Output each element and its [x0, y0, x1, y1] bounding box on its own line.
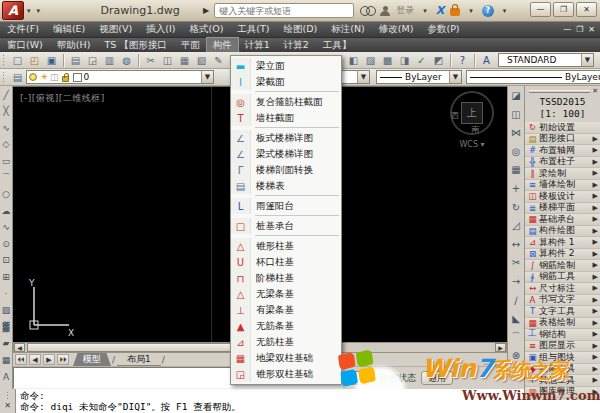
close-button[interactable]: ✕	[576, 2, 597, 17]
palette-item[interactable]: ▥图库管理▶	[525, 387, 600, 399]
quickcalc-icon[interactable]: ◩	[431, 53, 447, 67]
slab-stair-detail-icon[interactable]: ∠	[231, 130, 251, 146]
viewcube-south-label[interactable]: 南	[471, 124, 479, 135]
point-icon[interactable]: ·	[1, 287, 12, 300]
toolbar-grip[interactable]	[2, 71, 6, 83]
menubar-item[interactable]: 工具(T)	[230, 22, 276, 37]
make-block-icon[interactable]: ⊞	[1, 271, 12, 284]
explode-icon[interactable]: ⊗	[509, 348, 524, 363]
circle-icon[interactable]: ○	[1, 188, 12, 201]
layer-vp-freeze-icon[interactable]: ◫	[50, 72, 59, 82]
new-icon[interactable]: □	[10, 53, 26, 67]
fillet-icon[interactable]: ⌒	[509, 330, 524, 345]
step-column-base-icon[interactable]: ⊓	[231, 270, 251, 286]
copy-object-icon[interactable]: ◫	[509, 107, 524, 122]
layer-on-icon[interactable]	[29, 73, 37, 81]
chamfer-icon[interactable]: ◣	[509, 311, 524, 326]
menu-item[interactable]: ▬梁立面	[231, 58, 341, 74]
multiline-text-icon[interactable]: A	[1, 370, 12, 383]
search-input[interactable]	[214, 3, 354, 18]
spline-icon[interactable]: ∿	[1, 221, 12, 234]
status-combo[interactable]: 0 ▼	[345, 371, 375, 385]
cut-icon[interactable]: ✂	[143, 53, 159, 67]
menu-item[interactable]: ▦地梁双柱基础	[231, 350, 341, 366]
sheet-set-manager-icon[interactable]: ◨	[397, 53, 413, 67]
menu-item[interactable]: ⊥有梁条基	[231, 302, 341, 318]
pile-cap-icon[interactable]: □	[231, 218, 251, 234]
maximize-button[interactable]: ❐	[553, 2, 574, 17]
break-icon[interactable]: ∕	[509, 293, 524, 308]
column-layout-icon[interactable]: ╬	[527, 157, 538, 167]
menu-item[interactable]: L雨篷阳台	[231, 198, 341, 214]
erase-icon[interactable]: ◪	[509, 88, 524, 103]
menubar-item[interactable]: 格式(O)	[182, 22, 230, 37]
table-icon[interactable]: ▦	[1, 354, 12, 367]
beam-draw-icon[interactable]: ∥	[527, 168, 538, 178]
tool-palettes-icon[interactable]: ▩	[380, 53, 396, 67]
scroll-right-icon[interactable]: ▶	[495, 343, 506, 352]
combo-arrow-icon[interactable]: ▼	[201, 71, 213, 83]
strip-base-with-beam-icon[interactable]: ⊥	[231, 302, 251, 318]
help-icon[interactable]: ?	[482, 5, 494, 17]
palette-close-icon[interactable]: ✕	[592, 87, 598, 95]
dimension-icon[interactable]: ↔	[527, 283, 538, 293]
print-preview-icon[interactable]: ◲	[85, 53, 101, 67]
text-style-combo[interactable]: STANDARD ▼	[498, 53, 594, 67]
next-tab-icon[interactable]: ▶	[43, 354, 55, 365]
paste-icon[interactable]: ▦	[177, 53, 193, 67]
menubar-item[interactable]: 插入(I)	[139, 22, 182, 37]
polyline-icon[interactable]: ∿	[1, 121, 12, 134]
beam-stair-detail-icon[interactable]: ∠	[231, 146, 251, 162]
mdi-restore-icon[interactable]: ❐	[576, 25, 583, 34]
construction-line-icon[interactable]: ╳	[1, 105, 12, 118]
menubar-item[interactable]: 编辑(E)	[46, 22, 92, 37]
lock-icon[interactable]	[450, 8, 460, 16]
layer-lock-icon[interactable]	[62, 76, 69, 82]
polygon-icon[interactable]: ◇	[1, 138, 12, 151]
mdi-close-icon[interactable]: ✕	[588, 25, 595, 34]
move-icon[interactable]: +	[509, 181, 524, 196]
tab-layout1[interactable]: 布局1	[117, 353, 161, 366]
insert-block-icon[interactable]: ⊡	[1, 254, 12, 267]
palette-grip[interactable]	[529, 90, 590, 93]
copy-icon[interactable]: ◫	[160, 53, 176, 67]
menubar-item[interactable]: 视图(V)	[92, 22, 139, 37]
menubar-item[interactable]: 修改(M)	[372, 22, 421, 37]
app-logo-button[interactable]: A	[2, 1, 24, 20]
column-base-no-rebar-icon[interactable]: ⊿	[231, 334, 251, 350]
scale-icon[interactable]: ◿	[509, 218, 524, 233]
viewcube-compass[interactable]: 西 上 南	[450, 91, 494, 135]
viewport-controls-label[interactable]: [-][俯视][二维线框]	[20, 92, 105, 105]
print-icon[interactable]: ▤	[68, 53, 84, 67]
graphic-interface-icon[interactable]: ▤	[527, 134, 538, 144]
stair-table-icon[interactable]: ▤	[231, 178, 251, 194]
steel-structure-icon[interactable]: 工	[527, 328, 538, 340]
array-icon[interactable]: ▦	[509, 162, 524, 177]
ground-beam-double-column-base-icon[interactable]: ▦	[231, 350, 251, 366]
rotate-icon[interactable]: ↻	[509, 200, 524, 215]
wall-draw-icon[interactable]: ≡	[527, 180, 538, 190]
strip-base-no-rebar-icon[interactable]: ▲	[231, 318, 251, 334]
quick-access-dropdown-icon[interactable]: ▾	[34, 7, 44, 15]
menubar-item[interactable]: 标注(N)	[324, 22, 372, 37]
menu-item[interactable]: ◲锥形双柱基础	[231, 366, 341, 382]
menubar-item[interactable]: 参数(P)	[420, 22, 466, 37]
menubar-item[interactable]: 计算1	[238, 38, 277, 53]
markup-set-manager-icon[interactable]: ✓	[414, 53, 430, 67]
text-style-icon[interactable]: A	[479, 53, 495, 67]
menu-item[interactable]: □桩基承台	[231, 218, 341, 234]
menu-item[interactable]: ▲无筋条基	[231, 318, 341, 334]
menu-item[interactable]: ⊿无筋柱基	[231, 334, 341, 350]
rebar-tools-icon[interactable]: ∮	[527, 272, 538, 282]
wall-column-section-icon[interactable]: T	[231, 110, 251, 126]
title-expand-icon[interactable]: ▶	[203, 6, 209, 15]
plot-icon[interactable]: ▥	[102, 53, 118, 67]
rectangle-icon[interactable]: ▭	[1, 154, 12, 167]
strip-base-no-beam-icon[interactable]: △	[231, 286, 251, 302]
exchange-apps-icon[interactable]: X	[436, 4, 444, 17]
region-icon[interactable]: ▰	[1, 337, 12, 350]
viewcube-top-face[interactable]: 上	[461, 102, 483, 124]
wcs-dropdown[interactable]: WCS ▾	[443, 140, 501, 149]
offset-icon[interactable]: ◎	[509, 144, 524, 159]
slab-design-icon[interactable]: ◫	[527, 191, 538, 201]
